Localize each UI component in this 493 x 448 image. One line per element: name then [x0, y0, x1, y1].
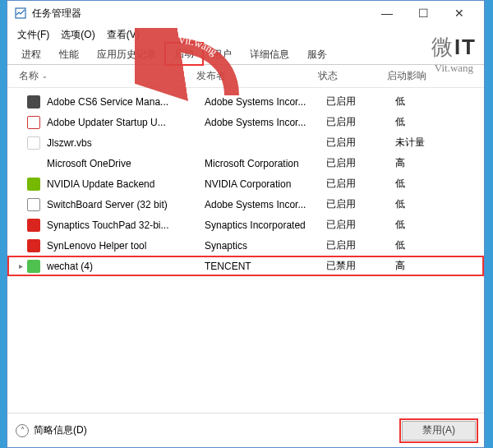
cell-name: wechat (4) [47, 261, 205, 272]
tab-details[interactable]: 详细信息 [241, 44, 298, 65]
table-row[interactable]: ▸wechat (4)TENCENT已禁用高 [7, 256, 484, 276]
cell-publisher: Synaptics [205, 240, 326, 252]
cell-status: 已启用 [326, 197, 395, 211]
cell-publisher: Adobe Systems Incor... [205, 199, 326, 210]
cell-impact: 高 [395, 259, 461, 273]
window-title: 任务管理器 [32, 7, 81, 21]
statusbar: ˄ 简略信息(D) 禁用(A) [7, 413, 484, 447]
chevron-up-icon: ˄ [16, 424, 29, 437]
cell-status: 已启用 [326, 156, 395, 170]
cell-name: Microsoft OneDrive [47, 158, 205, 169]
col-header-status[interactable]: 状态 [318, 69, 387, 83]
col-header-impact[interactable]: 启动影响 [387, 69, 469, 83]
cell-name: SynLenovo Helper tool [47, 240, 205, 252]
col-header-publisher[interactable]: 发布者 [196, 69, 318, 83]
cell-impact: 低 [395, 115, 461, 129]
cell-impact: 高 [395, 156, 461, 170]
table-row[interactable]: Adobe Updater Startup U...Adobe Systems … [7, 112, 484, 132]
app-icon [27, 219, 40, 232]
cell-name: NVIDIA Update Backend [47, 178, 205, 190]
app-icon [27, 136, 40, 150]
app-icon [27, 178, 40, 191]
disable-button[interactable]: 禁用(A) [402, 421, 476, 441]
cell-publisher: NVIDIA Corporation [205, 178, 326, 190]
minimize-button[interactable]: — [369, 2, 405, 25]
cell-status: 已启用 [326, 218, 395, 232]
cell-impact: 低 [395, 95, 461, 109]
tab-performance[interactable]: 性能 [50, 44, 88, 65]
table-row[interactable]: ☁Microsoft OneDriveMicrosoft Corporation… [7, 153, 484, 173]
svg-rect-0 [16, 8, 25, 18]
table-row[interactable]: SynLenovo Helper toolSynaptics已启用低 [7, 235, 484, 256]
app-icon [27, 260, 40, 273]
menubar: 文件(F) 选项(O) 查看(V) [7, 25, 484, 44]
tab-processes[interactable]: 进程 [12, 44, 50, 65]
close-button[interactable]: ✕ [441, 2, 477, 25]
cell-publisher: Microsoft Corporation [205, 158, 326, 169]
sort-caret-icon: ⌄ [42, 72, 48, 80]
menu-file[interactable]: 文件(F) [12, 26, 54, 44]
startup-list: Adobe CS6 Service Mana...Adobe Systems I… [7, 88, 484, 413]
app-icon: ☁ [27, 157, 40, 170]
app-icon: S [27, 198, 40, 211]
fewer-details-button[interactable]: ˄ 简略信息(D) [16, 423, 87, 437]
cell-name: Adobe CS6 Service Mana... [47, 96, 205, 108]
cell-name: Jlszwr.vbs [47, 137, 205, 149]
app-icon [27, 95, 40, 109]
table-row[interactable]: NVIDIA Update BackendNVIDIA Corporation已… [7, 173, 484, 194]
table-row[interactable]: Adobe CS6 Service Mana...Adobe Systems I… [7, 91, 484, 112]
menu-options[interactable]: 选项(O) [56, 26, 99, 44]
cell-status: 已启用 [326, 136, 395, 150]
window-controls: — ☐ ✕ [369, 2, 477, 25]
cell-publisher: Synaptics Incorporated [205, 219, 326, 231]
cell-impact: 低 [395, 177, 461, 191]
app-icon [27, 239, 40, 252]
table-row[interactable]: Synaptics TouchPad 32-bi...Synaptics Inc… [7, 215, 484, 235]
tab-app-history[interactable]: 应用历史记录 [88, 44, 165, 65]
col-header-name[interactable]: 名称 ⌄ [19, 69, 196, 83]
expand-icon[interactable]: ▸ [19, 261, 27, 270]
cell-status: 已启用 [326, 95, 395, 109]
tab-services[interactable]: 服务 [298, 44, 336, 65]
cell-impact: 低 [395, 197, 461, 211]
cell-status: 已启用 [326, 177, 395, 191]
cell-publisher: TENCENT [205, 261, 326, 272]
column-headers: 名称 ⌄ 发布者 状态 启动影响 [7, 65, 484, 88]
tab-users[interactable]: 用户 [203, 44, 241, 65]
col-header-name-label: 名称 [19, 69, 39, 83]
cell-publisher: Adobe Systems Incor... [205, 117, 326, 128]
cell-name: Adobe Updater Startup U... [47, 117, 205, 128]
maximize-button[interactable]: ☐ [405, 2, 441, 25]
cell-status: 已禁用 [326, 259, 395, 273]
cell-name: SwitchBoard Server (32 bit) [47, 199, 205, 210]
app-icon [14, 7, 27, 20]
cell-impact: 低 [395, 218, 461, 232]
cell-publisher: Adobe Systems Incor... [205, 96, 326, 108]
tabbar: 进程 性能 应用历史记录 启动 用户 详细信息 服务 [7, 44, 484, 65]
table-row[interactable]: Jlszwr.vbs已启用未计量 [7, 132, 484, 153]
table-row[interactable]: SSwitchBoard Server (32 bit)Adobe System… [7, 194, 484, 215]
cell-impact: 低 [395, 238, 461, 252]
cell-status: 已启用 [326, 238, 395, 252]
cell-impact: 未计量 [395, 136, 461, 150]
cell-name: Synaptics TouchPad 32-bi... [47, 219, 205, 231]
task-manager-window: 任务管理器 — ☐ ✕ 文件(F) 选项(O) 查看(V) 进程 性能 应用历史… [7, 0, 485, 448]
menu-view[interactable]: 查看(V) [102, 26, 145, 44]
cell-status: 已启用 [326, 115, 395, 129]
tab-startup[interactable]: 启动 [165, 43, 203, 65]
titlebar[interactable]: 任务管理器 — ☐ ✕ [7, 1, 484, 25]
fewer-details-label: 简略信息(D) [34, 423, 87, 437]
app-icon [27, 116, 40, 129]
